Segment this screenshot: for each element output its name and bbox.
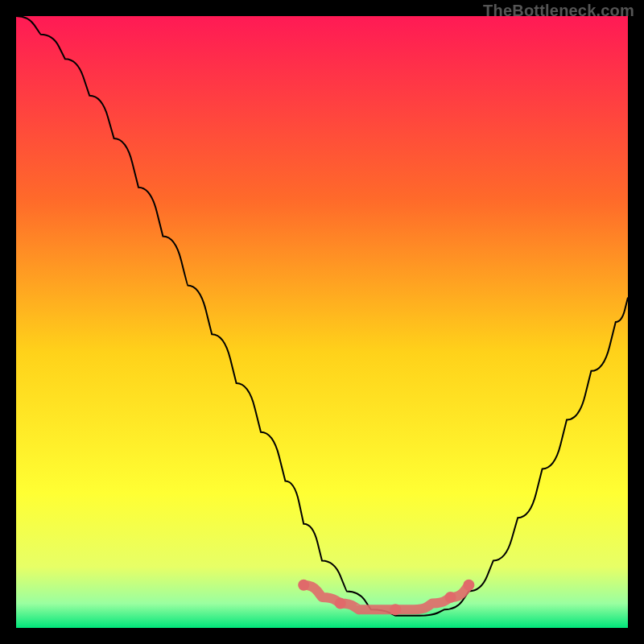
chart-svg (16, 16, 628, 628)
optimal-range-dot (390, 604, 401, 615)
chart-container: TheBottleneck.com (0, 0, 644, 644)
optimal-range-dot (463, 580, 474, 591)
plot-area (16, 16, 628, 628)
gradient-background (16, 16, 628, 628)
optimal-range-dot (335, 598, 346, 609)
optimal-range-dot (445, 592, 456, 603)
optimal-range-dot (298, 580, 309, 591)
